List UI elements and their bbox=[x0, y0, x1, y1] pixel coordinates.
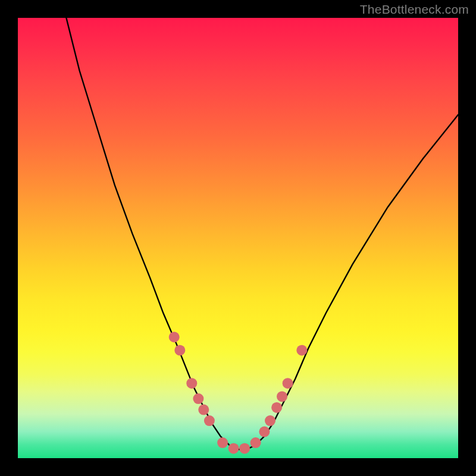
marker-dot bbox=[265, 415, 275, 426]
plot-area bbox=[18, 18, 458, 458]
marker-dot bbox=[259, 427, 270, 437]
marker-dot bbox=[271, 402, 282, 413]
marker-dot bbox=[193, 393, 203, 404]
chart-frame: TheBottleneck.com bbox=[0, 0, 476, 476]
chart-svg bbox=[18, 18, 458, 458]
marker-dot bbox=[198, 405, 209, 415]
watermark-text: TheBottleneck.com bbox=[360, 2, 469, 17]
marker-dot bbox=[277, 391, 287, 402]
marker-dot bbox=[169, 332, 180, 343]
marker-dot bbox=[296, 345, 307, 356]
marker-group bbox=[169, 332, 308, 454]
marker-dot bbox=[250, 437, 261, 448]
marker-dot bbox=[217, 437, 228, 448]
marker-dot bbox=[174, 345, 185, 356]
marker-dot bbox=[228, 443, 239, 454]
marker-dot bbox=[239, 443, 250, 454]
marker-dot bbox=[186, 378, 197, 389]
bottleneck-curve bbox=[66, 18, 458, 449]
marker-dot bbox=[283, 378, 293, 389]
marker-dot bbox=[204, 415, 215, 426]
